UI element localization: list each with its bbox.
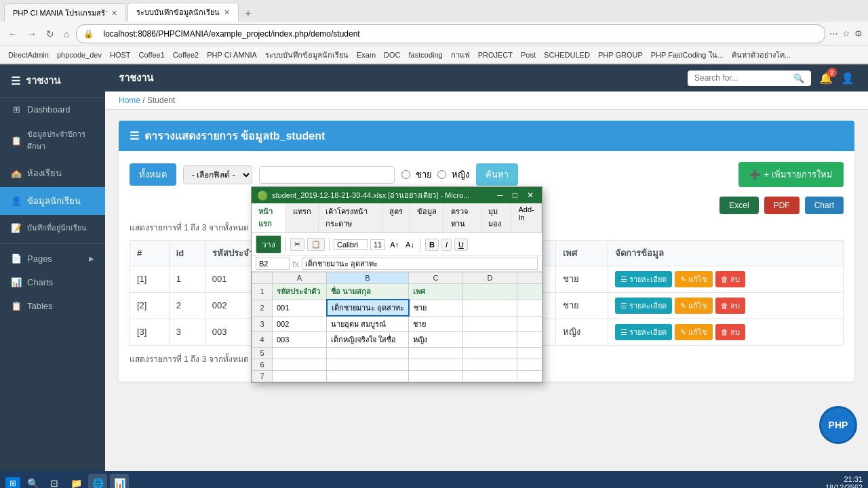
radio-female[interactable] bbox=[437, 170, 446, 179]
bookmark-phpcode[interactable]: phpcode_dev bbox=[54, 50, 104, 60]
excel-cell-r6c2[interactable] bbox=[327, 359, 409, 371]
menu-icon[interactable]: ☰ bbox=[11, 75, 20, 87]
tab-2-close[interactable]: ✕ bbox=[224, 8, 230, 17]
delete-button-2[interactable]: 🗑 ลบ bbox=[715, 324, 745, 340]
bookmark-phpgroup[interactable]: PHP GROUP bbox=[595, 50, 646, 60]
bookmark-directadmin[interactable]: DirectAdmin bbox=[5, 50, 52, 60]
excel-cell-r8c3[interactable] bbox=[409, 382, 463, 383]
bell-icon[interactable]: 🔔 2 bbox=[819, 72, 833, 85]
excel-tab-view[interactable]: มุมมอง bbox=[481, 203, 512, 232]
forward-button[interactable]: → bbox=[24, 27, 39, 41]
detail-button-1[interactable]: ☰ รายละเอียด bbox=[615, 298, 672, 314]
taskbar-browser[interactable]: 🌐 bbox=[88, 474, 107, 488]
excel-cell-r8c2[interactable] bbox=[327, 382, 409, 383]
excel-paste-button[interactable]: วาง bbox=[256, 235, 281, 253]
excel-underline-button[interactable]: U bbox=[454, 239, 468, 251]
bookmark-host[interactable]: HOST bbox=[107, 50, 134, 60]
sidebar-item-student[interactable]: 👤 ข้อมูลนักเรียน bbox=[0, 187, 105, 215]
formula-input[interactable] bbox=[302, 258, 538, 270]
search-text-input[interactable] bbox=[259, 166, 395, 184]
excel-font-size[interactable]: 11 bbox=[370, 239, 385, 250]
cell-reference-input[interactable] bbox=[256, 258, 290, 270]
bookmark-exam[interactable]: Exam bbox=[354, 50, 378, 60]
excel-tab-formulas[interactable]: สูตร bbox=[382, 203, 410, 232]
excel-cell-r2c5[interactable] bbox=[517, 300, 542, 316]
excel-cut-button[interactable]: ✂ bbox=[290, 238, 304, 251]
search-input[interactable] bbox=[694, 73, 789, 83]
user-icon[interactable]: 👤 bbox=[841, 72, 854, 85]
search-button[interactable]: ค้นหา bbox=[476, 163, 518, 186]
excel-tab-addin[interactable]: Add-In bbox=[511, 203, 542, 232]
settings-icon[interactable]: ⚙ bbox=[854, 28, 863, 39]
excel-cell-r4c1[interactable]: 003 bbox=[273, 332, 327, 348]
bookmark-search-example[interactable]: ค้นหาตัวอย่างโค... bbox=[729, 48, 793, 62]
bookmark-project[interactable]: PROJECT bbox=[475, 50, 515, 60]
field-select[interactable]: - เลือกฟิลด์ - bbox=[183, 165, 252, 184]
php-mascot[interactable]: PHP bbox=[819, 406, 857, 444]
excel-cell-r1c5[interactable] bbox=[517, 284, 542, 300]
tab-add-button[interactable]: + bbox=[240, 5, 256, 22]
excel-tab-review[interactable]: ตรวจทาน bbox=[444, 203, 481, 232]
bookmark-phpciamnia[interactable]: PHP CI AMNIA bbox=[204, 50, 260, 60]
excel-cell-r2c2[interactable]: เด็กชายมานะ อุดสาทะ bbox=[327, 300, 409, 316]
col-header-e[interactable]: E bbox=[517, 272, 542, 284]
excel-cell-r7c5[interactable] bbox=[517, 371, 542, 382]
excel-cell-r6c3[interactable] bbox=[409, 359, 463, 371]
sidebar-item-dashboard[interactable]: ⊞ Dashboard bbox=[0, 98, 105, 121]
excel-cell-r7c4[interactable] bbox=[463, 371, 517, 382]
excel-cell-r3c3[interactable]: ชาย bbox=[409, 316, 463, 332]
delete-button-0[interactable]: 🗑 ลบ bbox=[715, 271, 745, 287]
delete-button-1[interactable]: 🗑 ลบ bbox=[715, 298, 745, 314]
excel-tab-home[interactable]: หน้าแรก bbox=[252, 203, 286, 232]
excel-minimize-button[interactable]: ─ bbox=[494, 190, 506, 200]
bookmark-scheduled[interactable]: SCHEDULED bbox=[541, 50, 593, 60]
pdf-button[interactable]: PDF bbox=[764, 197, 800, 214]
detail-button-2[interactable]: ☰ รายละเอียด bbox=[615, 324, 672, 340]
excel-button[interactable]: Excel bbox=[719, 197, 758, 214]
breadcrumb-home[interactable]: Home bbox=[119, 96, 140, 105]
taskbar-excel-app[interactable]: 📊 bbox=[110, 474, 129, 488]
taskbar-file-explorer[interactable]: 📁 bbox=[66, 474, 85, 488]
excel-cell-r1c1[interactable]: รหัสประจำตัว bbox=[273, 284, 327, 300]
sidebar-item-pages[interactable]: 📄 Pages ▶ bbox=[0, 247, 105, 270]
excel-cell-r2c3[interactable]: ชาย bbox=[409, 300, 463, 316]
bookmark-student-system[interactable]: ระบบบันทึกข้อมูลนักเรียน bbox=[262, 48, 351, 62]
refresh-button[interactable]: ↻ bbox=[43, 27, 57, 41]
tab-1-close[interactable]: ✕ bbox=[111, 9, 117, 18]
col-header-b[interactable]: B bbox=[327, 272, 409, 284]
excel-font-name[interactable]: Calibri bbox=[334, 239, 368, 250]
detail-button-0[interactable]: ☰ รายละเอียด bbox=[615, 271, 672, 287]
excel-cell-r5c4[interactable] bbox=[463, 348, 517, 359]
excel-cell-r7c1[interactable] bbox=[273, 371, 327, 382]
excel-cell-r2c4[interactable] bbox=[463, 300, 517, 316]
excel-maximize-button[interactable]: □ bbox=[510, 190, 520, 200]
bookmark-coffee-th[interactable]: กาแฟ bbox=[448, 48, 473, 62]
address-input[interactable] bbox=[98, 27, 818, 41]
excel-cell-r7c3[interactable] bbox=[409, 371, 463, 382]
col-header-d[interactable]: D bbox=[463, 272, 517, 284]
excel-cell-r5c1[interactable] bbox=[273, 348, 327, 359]
bookmark-post[interactable]: Post bbox=[518, 50, 538, 60]
search-icon[interactable]: 🔍 bbox=[793, 73, 804, 83]
sidebar-item-room[interactable]: 🏫 ห้องเรียน bbox=[0, 159, 105, 187]
start-button[interactable]: ⊞ bbox=[5, 477, 20, 488]
excel-cell-r1c2[interactable]: ชื่อ นามสกุล bbox=[327, 284, 409, 300]
sidebar-item-academic[interactable]: 📋 ข้อมูลประจำปีการศึกษา bbox=[0, 121, 105, 159]
excel-cell-r8c4[interactable] bbox=[463, 382, 517, 383]
excel-font-decrease[interactable]: A↓ bbox=[403, 240, 416, 249]
extensions-icon[interactable]: ⋯ bbox=[829, 28, 838, 39]
excel-cell-r4c3[interactable]: หญิง bbox=[409, 332, 463, 348]
bookmark-phpfastcoding[interactable]: PHP FastCoding ใน... bbox=[648, 48, 726, 62]
excel-bold-button[interactable]: B bbox=[425, 239, 439, 251]
excel-tab-layout[interactable]: เค้าโครงหน้ากระดาษ bbox=[319, 203, 382, 232]
excel-cell-r5c2[interactable] bbox=[327, 348, 409, 359]
excel-tab-data[interactable]: ข้อมูล bbox=[410, 203, 444, 232]
sidebar-item-address[interactable]: 📝 บันทึกที่อยู่นักเรียน bbox=[0, 215, 105, 241]
excel-cell-r1c3[interactable]: เพศ bbox=[409, 284, 463, 300]
bookmark-fastcoding[interactable]: fastcoding bbox=[406, 50, 446, 60]
excel-cell-r3c5[interactable] bbox=[517, 316, 542, 332]
excel-close-button[interactable]: ✕ bbox=[524, 190, 536, 200]
excel-cell-r4c5[interactable] bbox=[517, 332, 542, 348]
back-button[interactable]: ← bbox=[5, 27, 20, 41]
excel-cell-r3c4[interactable] bbox=[463, 316, 517, 332]
